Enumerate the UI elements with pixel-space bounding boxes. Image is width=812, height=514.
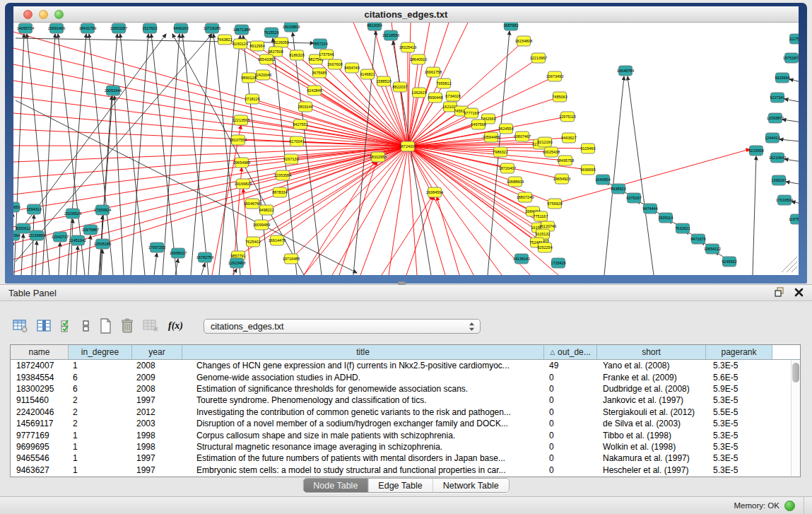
graph-node[interactable]: 16958107 [170, 248, 187, 258]
graph-node[interactable]: 1594313 [26, 204, 41, 214]
graph-node[interactable]: 12505185 [94, 239, 111, 249]
graph-node[interactable]: 10973493 [546, 71, 563, 81]
graph-node[interactable]: 12975115 [559, 112, 576, 122]
table-row[interactable]: 946362711997Embryonic stem cells: a mode… [11, 465, 800, 476]
graph-node[interactable]: 12353584 [274, 170, 291, 180]
graph-node[interactable]: 11451942 [69, 235, 86, 245]
graph-node[interactable]: 16099489 [253, 220, 270, 230]
graph-node[interactable]: 2935114 [658, 213, 673, 223]
graph-node[interactable]: 9170041 [289, 136, 304, 146]
table-row[interactable]: 911546021997Tourette syndrome. Phenomeno… [11, 395, 800, 406]
graph-node[interactable]: 16782759 [196, 252, 213, 262]
table-selector-combobox[interactable]: citations_edges.txt [204, 319, 481, 334]
table-row[interactable]: 1938455462009Genome-wide association stu… [11, 371, 800, 382]
graph-node[interactable]: 10025438 [543, 147, 560, 157]
graph-node[interactable]: 9227341 [770, 93, 784, 103]
graph-node[interactable]: 8186328 [289, 50, 304, 60]
graph-node[interactable]: 6379197 [626, 193, 641, 203]
graph-node[interactable]: 1757546 [319, 49, 334, 59]
tab-edge-table[interactable]: Edge Table [368, 479, 433, 492]
column-header-short[interactable]: short [597, 345, 706, 359]
graph-node[interactable]: 9777169 [464, 108, 478, 118]
graph-node[interactable]: 20053346 [105, 86, 122, 95]
graph-node[interactable]: 12923468 [228, 258, 245, 268]
graph-node[interactable]: 16543362 [258, 54, 275, 64]
graph-node[interactable]: 9391594 [13, 230, 20, 240]
graph-node[interactable]: 10688609 [507, 177, 524, 187]
graph-node[interactable]: 20691406 [48, 23, 65, 33]
graph-node[interactable]: 12042737 [52, 232, 69, 242]
graph-node[interactable]: 19166829 [235, 179, 252, 189]
column-header-in_degree[interactable]: in_degree [69, 345, 132, 359]
graph-node[interactable]: 10654112 [704, 244, 721, 254]
graph-node[interactable]: 9498222 [259, 205, 273, 215]
select-column-icon[interactable] [37, 319, 52, 333]
graph-node[interactable]: 10653287 [110, 23, 127, 33]
graph-node[interactable]: 9699695 [580, 165, 595, 175]
graph-node[interactable]: 7485063 [552, 92, 567, 102]
delete-trash-icon[interactable] [120, 318, 134, 334]
graph-node[interactable]: 7625402 [245, 237, 260, 247]
graph-node[interactable]: 19654923 [553, 174, 570, 184]
graph-node[interactable]: 9474444 [642, 204, 657, 214]
column-header-title[interactable]: title [182, 345, 544, 359]
graph-node[interactable]: 7632621 [675, 223, 690, 233]
graph-node[interactable]: 10719185 [204, 23, 220, 33]
graph-node[interactable]: 9245652 [722, 257, 736, 267]
graph-node[interactable]: 18495758 [557, 156, 574, 165]
table-row[interactable]: 1456911722003Disruption of a novel membe… [11, 418, 800, 429]
graph-node[interactable]: 18325419 [399, 42, 416, 52]
graph-node[interactable]: 9756928 [547, 199, 562, 209]
graph-node[interactable]: 16210643 [769, 153, 786, 163]
window-resize-grip[interactable] [782, 257, 797, 272]
new-file-icon[interactable] [99, 318, 112, 334]
graph-node[interactable]: 12093872 [767, 113, 784, 123]
column-header-out_de[interactable]: △out_de... [544, 345, 597, 359]
float-panel-icon[interactable] [775, 287, 784, 297]
graph-node[interactable]: 18640910 [410, 54, 427, 64]
graph-node[interactable]: 10975887 [82, 225, 99, 235]
graph-node[interactable]: 17359924 [94, 205, 111, 215]
graph-node[interactable]: 2718126 [245, 94, 259, 104]
graph-node[interactable]: 18431799 [79, 23, 96, 33]
table-scrollbar[interactable] [791, 360, 800, 477]
graph-node[interactable]: 8878334 [272, 187, 287, 197]
graph-node[interactable]: 19654985 [233, 158, 250, 168]
table-row[interactable]: 969969511998Structural magnetic resonanc… [11, 441, 800, 452]
graph-node[interactable]: 22420046 [254, 70, 271, 80]
graph-node[interactable]: 8226058 [273, 37, 288, 47]
graph-node[interactable]: 8938923 [611, 184, 625, 194]
graph-node[interactable]: 18107554 [230, 135, 247, 145]
graph-node[interactable]: 3624554 [498, 124, 513, 134]
graph-node[interactable]: 7986322 [493, 147, 507, 157]
delete-table-disabled-icon[interactable] [143, 319, 160, 333]
graph-node[interactable]: 19384594 [426, 187, 443, 197]
graph-node[interactable]: 8267130 [283, 154, 298, 164]
table-settings-icon[interactable] [13, 319, 28, 333]
graph-node[interactable]: 2687682 [503, 23, 518, 30]
graph-node[interactable]: 19716485 [283, 254, 300, 264]
table-row[interactable]: 946554611997Estimation of the future num… [11, 452, 800, 464]
stacked-rows-icon[interactable] [82, 319, 90, 333]
graph-node[interactable]: 8822037 [392, 82, 407, 92]
graph-node[interactable]: 1399297 [771, 175, 786, 185]
graph-node[interactable]: 9329966 [775, 73, 789, 83]
graph-node[interactable]: 16648784 [617, 66, 634, 76]
table-row[interactable]: 977716911998Corpus callosum shape and si… [11, 429, 800, 440]
graph-node[interactable]: 9146821 [360, 69, 375, 79]
column-header-pagerank[interactable]: pagerank [706, 345, 772, 359]
graph-node[interactable]: 9115460 [580, 144, 595, 153]
network-window-titlebar[interactable]: citations_edges.txt [13, 6, 799, 23]
graph-node[interactable]: 8813054 [367, 23, 382, 30]
graph-node[interactable]: 1244413 [765, 133, 779, 143]
graph-node[interactable]: 9890126 [241, 73, 256, 83]
graph-node[interactable]: 1588520 [376, 76, 391, 86]
graph-node[interactable]: 10807467 [514, 132, 531, 141]
graph-node[interactable]: 2803144 [298, 102, 312, 112]
column-header-year[interactable]: year [132, 345, 182, 359]
graph-node[interactable]: 9463627 [561, 133, 576, 143]
table-row[interactable]: 1830029562008Estimation of significance … [11, 383, 800, 395]
graph-node[interactable]: 1640954 [595, 175, 610, 185]
tab-node-table[interactable]: Node Table [303, 479, 368, 492]
graph-node[interactable]: 16046766 [244, 199, 261, 209]
